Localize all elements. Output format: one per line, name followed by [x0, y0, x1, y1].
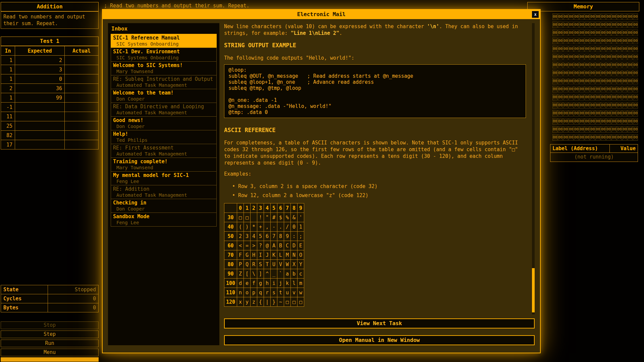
- ascii-cell: 9: [284, 232, 291, 241]
- status-label: Bytes: [1, 303, 48, 312]
- memory-cell: 00: [585, 46, 590, 52]
- memory-cell: 00: [601, 70, 606, 76]
- mail-item-title: Checking in: [113, 200, 214, 206]
- memory-cell: 00: [552, 94, 557, 101]
- memory-cell: 00: [628, 29, 633, 36]
- mail-item[interactable]: RE: Data Directive and LoopingAutomated …: [111, 103, 217, 117]
- memory-cell: 00: [574, 54, 579, 60]
- intro-segment: .: [339, 30, 342, 36]
- view-next-task-button[interactable]: View Next Task: [224, 318, 535, 328]
- memory-cell: 00: [579, 54, 584, 60]
- memory-cell: 00: [552, 29, 557, 36]
- scrollbar-thumb[interactable]: [532, 268, 535, 312]
- memory-cell: 00: [552, 70, 557, 76]
- io-expected-cell: 36: [15, 84, 65, 93]
- memory-cell: 00: [622, 86, 627, 93]
- memory-cell: 00: [611, 110, 616, 117]
- ascii-cell: z: [251, 297, 257, 307]
- memory-cell: 00: [574, 21, 579, 28]
- ascii-row-label: 70: [224, 250, 237, 260]
- mail-item[interactable]: Help!Ted Philips: [111, 130, 217, 144]
- ascii-col-header: 9: [298, 203, 304, 213]
- memory-cell: 00: [633, 126, 638, 133]
- step-button[interactable]: Step: [1, 330, 99, 338]
- memory-cell: 00: [563, 126, 568, 133]
- ascii-cell: v: [291, 288, 298, 297]
- memory-cell: 00: [617, 62, 622, 68]
- memory-cell: 00: [611, 94, 616, 101]
- mail-body: Inbox SIC-1 Reference ManualSIC Systems …: [103, 19, 540, 353]
- io-in-cell: 82: [1, 131, 15, 140]
- menu-button[interactable]: Menu: [1, 349, 99, 356]
- memory-cell: 00: [633, 62, 638, 68]
- code-line: @tmp: .data 0: [228, 109, 522, 115]
- memory-cell: 00: [590, 102, 595, 109]
- mail-item[interactable]: Good news!Don Cooper: [111, 116, 217, 130]
- mail-item[interactable]: My mental model for SIC-1Feng Lee: [111, 171, 217, 185]
- io-header-expected: Expected: [15, 46, 65, 56]
- intro-paragraph: New line characters (value 10) can be ex…: [224, 23, 526, 37]
- mail-item[interactable]: Welcome to the team!Don Cooper: [111, 89, 217, 103]
- memory-cell: 00: [611, 86, 616, 93]
- memory-cell: 00: [579, 62, 584, 68]
- mail-item[interactable]: Welcome to SIC Systems!Mary Townsend: [111, 61, 217, 75]
- ascii-cell: O: [298, 250, 304, 260]
- memory-cell: 00: [606, 70, 611, 76]
- stop-button[interactable]: Stop: [1, 321, 99, 329]
- close-icon[interactable]: x: [532, 11, 539, 18]
- ascii-cell: 4: [251, 232, 257, 241]
- ascii-cell: $: [277, 213, 284, 222]
- ascii-cell: 1: [298, 222, 304, 232]
- open-manual-button[interactable]: Open Manual in New Window: [224, 335, 535, 345]
- memory-cell: 00: [558, 29, 563, 36]
- ascii-row-label: 120: [224, 297, 237, 307]
- memory-cell: 00: [574, 86, 579, 93]
- memory-cell: 00: [563, 134, 568, 141]
- memory-cell: 00: [622, 94, 627, 101]
- memory-cell: 00: [574, 62, 579, 68]
- ascii-cell: ,: [264, 222, 271, 232]
- memory-cell: 00: [595, 102, 600, 109]
- memory-cell: 00: [563, 21, 568, 28]
- ascii-row: 110nopqrstuvw: [224, 288, 304, 297]
- example-item: Row 12, column 2 a lowercase "z" (code 1…: [224, 191, 526, 200]
- mail-item[interactable]: SIC-1 Dev. EnvironmentSIC Systems Onboar…: [111, 48, 217, 62]
- memory-cell: 00: [595, 62, 600, 68]
- memory-cell: 00: [606, 21, 611, 28]
- memory-cell: 00: [601, 102, 606, 109]
- mail-item[interactable]: SIC-1 Reference ManualSIC Systems Onboar…: [111, 34, 217, 48]
- mail-item[interactable]: RE: Subleq Instruction and OutputAutomat…: [111, 75, 217, 89]
- memory-cell: 00: [606, 46, 611, 52]
- memory-cell: 00: [601, 62, 606, 68]
- memory-cell: 00: [606, 134, 611, 141]
- status-label: State: [1, 285, 48, 294]
- memory-cell: 00: [611, 21, 616, 28]
- run-button[interactable]: Run: [1, 340, 99, 347]
- mail-item[interactable]: RE: First AssessmentAutomated Task Manag…: [111, 144, 217, 158]
- memory-cell: 00: [595, 46, 600, 52]
- mail-item[interactable]: RE: AdditionAutomated Task Management: [111, 185, 217, 199]
- task-sidebar: Addition Read two numbers and output the…: [1, 2, 99, 360]
- scrollbar[interactable]: [532, 23, 535, 314]
- io-in-cell: 11: [1, 112, 15, 121]
- memory-cell: 00: [563, 102, 568, 109]
- mail-item-sender: Feng Lee: [113, 220, 214, 226]
- memory-cell: 00: [622, 38, 627, 44]
- memory-cell: 00: [606, 126, 611, 133]
- ascii-table: 012345678930□□ !"#$%&'40()*+,-./01502345…: [224, 203, 304, 307]
- memory-cell: 00: [574, 94, 579, 101]
- memory-cell: 00: [558, 38, 563, 44]
- mail-item[interactable]: Checking inDon Cooper: [111, 199, 217, 213]
- mail-content: New line characters (value 10) can be ex…: [224, 23, 535, 314]
- mail-item-sender: Don Cooper: [113, 96, 214, 102]
- ascii-row-label: 110: [224, 288, 237, 297]
- mail-item[interactable]: Training complete!Mary Townsend: [111, 158, 217, 172]
- memory-grid: 0000000000000000000000000000000000000000…: [550, 13, 638, 141]
- io-in-cell: 1: [1, 65, 15, 74]
- memory-cell: 00: [585, 78, 590, 84]
- io-expected-cell: 0: [15, 74, 65, 84]
- memory-cell: 00: [628, 118, 633, 125]
- ascii-cell: s: [271, 288, 277, 297]
- mail-item[interactable]: Sandbox ModeFeng Lee: [111, 213, 217, 227]
- memory-cell: 00: [617, 86, 622, 93]
